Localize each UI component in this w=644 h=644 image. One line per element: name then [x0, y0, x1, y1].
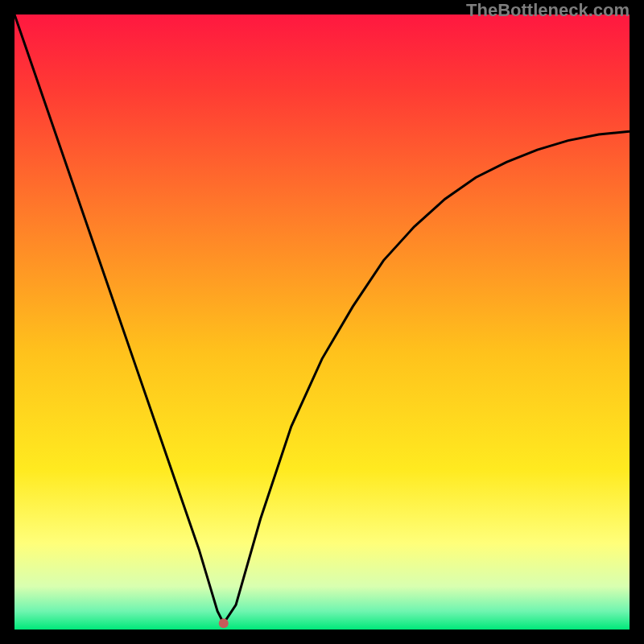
chart-frame	[14, 14, 630, 630]
gradient-bg	[14, 14, 630, 630]
watermark-text: TheBottleneck.com	[466, 0, 630, 21]
bottleneck-chart	[14, 14, 630, 630]
optimum-marker	[219, 618, 229, 628]
